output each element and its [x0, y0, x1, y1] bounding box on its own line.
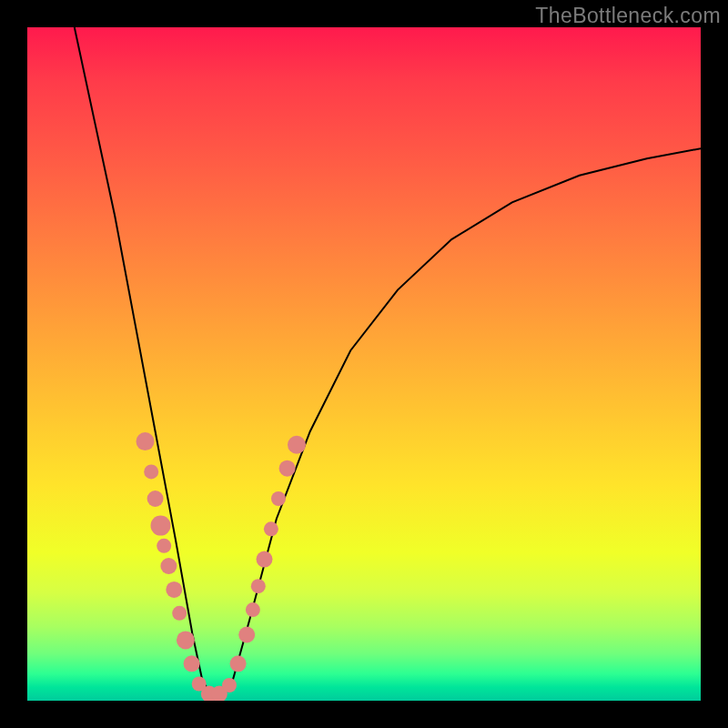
scatter-point — [264, 521, 278, 536]
scatter-point — [177, 631, 195, 649]
scatter-point — [257, 551, 273, 568]
scatter-point — [246, 602, 260, 617]
scatter-point — [222, 678, 237, 693]
scatter-point — [160, 558, 177, 574]
scatter-point — [184, 655, 200, 672]
scatter-point — [144, 464, 158, 479]
scatter-point — [172, 606, 187, 621]
chart-plot-area — [27, 27, 701, 701]
v-curve — [75, 27, 701, 697]
curve-layer — [27, 27, 701, 701]
scatter-point — [288, 436, 306, 454]
scatter-points — [136, 432, 307, 701]
watermark-text: TheBottleneck.com — [535, 4, 721, 28]
scatter-point — [271, 491, 286, 506]
scatter-point — [230, 655, 247, 672]
scatter-point — [166, 581, 182, 598]
scatter-point — [147, 490, 164, 507]
scatter-point — [279, 460, 296, 477]
scatter-point — [157, 539, 171, 553]
scatter-point — [136, 432, 155, 450]
scatter-point — [251, 579, 266, 593]
scatter-point — [151, 516, 171, 536]
scatter-point — [238, 627, 255, 643]
